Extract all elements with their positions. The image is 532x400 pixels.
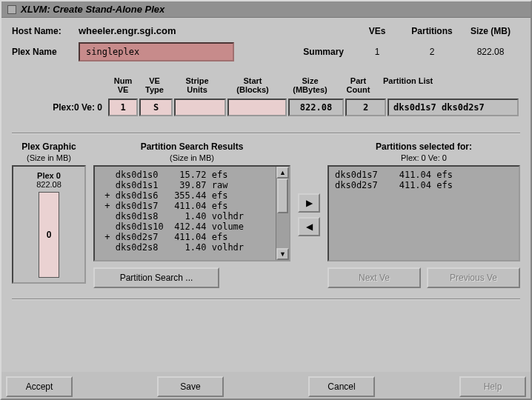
summary-size-header: Size (MB) — [471, 26, 511, 36]
summary-parts-value: 2 — [430, 47, 435, 57]
cancel-button[interactable]: Cancel — [308, 376, 375, 397]
partcount-cell: 2 — [345, 99, 386, 116]
selected-sub: Plex: 0 Ve: 0 — [327, 153, 520, 162]
remove-partition-button[interactable]: ◀ — [298, 217, 320, 236]
arrow-left-icon: ◀ — [306, 221, 313, 232]
col-start-header: Start (Blocks) — [223, 75, 282, 96]
scroll-thumb[interactable] — [277, 179, 288, 213]
col-stripe-header: Stripe Units — [171, 75, 223, 96]
previous-ve-button[interactable]: Previous Ve — [427, 267, 520, 288]
search-results-sub: (Size in MB) — [93, 153, 290, 162]
col-size-header: Size (MBytes) — [282, 75, 338, 96]
accept-button[interactable]: Accept — [6, 376, 73, 397]
host-name-value: wheeler.engr.sgi.com — [79, 25, 176, 36]
row-label: Plex:0 Ve: 0 — [12, 99, 108, 116]
save-button[interactable]: Save — [157, 376, 224, 397]
system-menu-icon[interactable] — [7, 5, 16, 14]
plex-graphic-box: Plex 0 822.08 0 — [12, 165, 86, 284]
selected-list[interactable]: dks0d1s7 411.04 efs dks0d2s7 411.04 efs — [327, 165, 520, 261]
plex-graphic-title: Plex Graphic — [12, 141, 86, 152]
titlebar[interactable]: XLVM: Create Stand-Alone Plex — [1, 1, 531, 18]
search-results-title: Partition Search Results — [93, 141, 290, 152]
stripe-cell[interactable] — [174, 99, 226, 116]
numve-cell[interactable]: 1 — [108, 99, 138, 116]
summary-parts-header: Partitions — [411, 26, 452, 36]
col-partcount-header: Part Count — [338, 75, 379, 96]
plex-name-label: Plex Name — [12, 47, 79, 57]
size-cell: 822.08 — [288, 99, 344, 116]
col-numve-header: Num VE — [108, 75, 138, 96]
partition-search-button[interactable]: Partition Search ... — [93, 267, 219, 288]
col-plist-header: Partition List — [379, 75, 520, 96]
scrollbar[interactable]: ▲ ▼ — [276, 167, 289, 260]
arrow-right-icon: ▶ — [306, 198, 313, 208]
selected-title: Partitions selected for: — [327, 141, 520, 152]
plex-graphic-sub: (Size in MB) — [12, 153, 86, 162]
summary-ves-value: 1 — [375, 47, 380, 57]
plex-graphic-bar: 0 — [39, 192, 59, 278]
add-partition-button[interactable]: ▶ — [298, 193, 320, 213]
plist-cell: dks0d1s7 dks0d2s7 — [388, 99, 519, 116]
table-row: Plex:0 Ve: 0 1 S 822.08 2 dks0d1s7 dks0d… — [12, 99, 520, 116]
scroll-up-icon[interactable]: ▲ — [276, 167, 289, 179]
plex-name-input[interactable]: singleplex — [79, 42, 234, 61]
plex-graphic-size: 822.08 — [36, 180, 61, 189]
scroll-down-icon[interactable]: ▼ — [276, 248, 289, 260]
start-cell[interactable] — [227, 99, 287, 116]
summary-label: Summary — [303, 47, 344, 57]
col-vetype-header: VE Type — [138, 75, 171, 96]
next-ve-button[interactable]: Next Ve — [327, 267, 421, 288]
plex-graphic-label: Plex 0 — [37, 171, 61, 180]
scroll-track[interactable] — [276, 179, 289, 248]
search-results-list[interactable]: dks0d1s0 15.72 efs dks0d1s1 39.87 raw + … — [95, 167, 276, 260]
summary-size-value: 822.08 — [477, 47, 505, 57]
window-title: XLVM: Create Stand-Alone Plex — [21, 4, 164, 15]
host-name-label: Host Name: — [12, 26, 79, 36]
vetype-cell[interactable]: S — [139, 99, 173, 116]
summary-ves-header: VEs — [369, 26, 386, 36]
help-button[interactable]: Help — [459, 376, 526, 397]
